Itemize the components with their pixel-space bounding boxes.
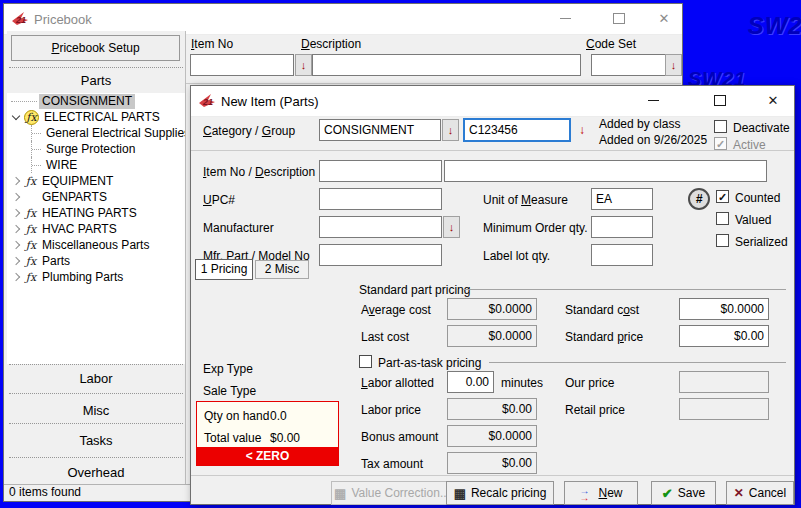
total-value-value: $0.00 (270, 431, 300, 445)
new-icon: → → (579, 486, 593, 500)
minimum-order-field[interactable] (591, 216, 653, 238)
cancel-button[interactable]: ✕ Cancel (726, 481, 794, 505)
chevron-right-icon[interactable] (9, 178, 23, 184)
labor-allotted-label: Labor allotted (361, 376, 434, 390)
item-no-label: Item No (191, 37, 233, 51)
chevron-right-icon[interactable] (9, 258, 23, 264)
close-button[interactable]: ✕ (647, 4, 681, 33)
added-on-text: Added on 9/26/2025 (599, 133, 707, 147)
tree-item[interactable]: General Electrical Supplies (31, 125, 185, 141)
desktop: { "icons": { "dropdown_arrow": "↓", "che… (0, 0, 801, 508)
counted-checkbox[interactable]: ✓ (716, 190, 729, 203)
tree-item[interactable]: Surge Protection (31, 141, 185, 157)
sidebar-section-parts[interactable]: Parts (7, 73, 185, 89)
chevron-right-icon[interactable] (9, 194, 23, 200)
code-set-dropdown-button[interactable]: ↓ (665, 54, 682, 76)
value-correction-button: ▦ Value Correction... (331, 481, 453, 505)
sidebar-section-overhead[interactable]: Overhead (7, 465, 185, 481)
counted-label: Counted (735, 191, 780, 205)
tab-misc[interactable]: 2 Misc (255, 260, 309, 279)
tree-item[interactable]: ƒx EQUIPMENT (7, 173, 185, 189)
hash-button[interactable]: # (688, 188, 710, 210)
code-set-input[interactable] (591, 54, 666, 76)
mfr-part-field[interactable] (319, 244, 442, 266)
save-button[interactable]: ✔ Save (651, 481, 716, 505)
item-description-field[interactable] (444, 160, 767, 182)
chevron-right-icon[interactable] (9, 242, 23, 248)
category-group-label: Category / Group (203, 124, 295, 138)
tree-item[interactable]: ƒx Plumbing Parts (7, 269, 185, 285)
standard-price-label: Standard price (565, 330, 643, 344)
sidebar-section-labor[interactable]: Labor (7, 371, 185, 387)
red-down-arrow-icon: ↓ (671, 60, 677, 71)
close-button[interactable]: ✕ (756, 86, 790, 115)
formula-icon: ƒx (23, 271, 39, 284)
divider (9, 393, 183, 394)
item-no-input[interactable] (190, 54, 294, 76)
chevron-down-icon[interactable] (9, 115, 23, 119)
active-checkbox: ✓ (714, 137, 727, 150)
maximize-button[interactable] (602, 4, 636, 33)
new-button[interactable]: → → New (564, 481, 638, 505)
item-no-dropdown-button[interactable]: ↓ (295, 54, 312, 76)
tree-item[interactable]: ƒx HEATING PARTS (7, 205, 185, 221)
code-set-label: Code Set (586, 37, 636, 51)
tab-pricing[interactable]: 1 Pricing (195, 259, 253, 280)
manufacturer-dropdown-button[interactable]: ↓ (443, 216, 460, 238)
tree-item-label: Miscellaneous Parts (39, 238, 152, 253)
tree-item[interactable]: CONSIGNMENT (7, 93, 185, 109)
tree-item[interactable]: ƒx HVAC PARTS (7, 221, 185, 237)
category-input[interactable] (319, 119, 441, 141)
pricebook-setup-button[interactable]: Pricebook Setup (11, 35, 180, 61)
manufacturer-field[interactable] (319, 216, 442, 238)
chevron-right-icon[interactable] (9, 226, 23, 232)
tree-item[interactable]: ƒx ELECTRICAL PARTS (7, 109, 185, 125)
formula-icon: ƒx (23, 207, 39, 220)
maximize-icon (714, 95, 726, 106)
deactivate-checkbox[interactable] (714, 120, 727, 133)
tree-item[interactable]: ƒx Parts (7, 253, 185, 269)
manufacturer-label: Manufacturer (203, 221, 274, 235)
unit-of-measure-field[interactable] (591, 188, 653, 210)
save-label: Save (678, 486, 705, 500)
valued-checkbox[interactable] (716, 212, 729, 225)
upc-field[interactable] (319, 188, 442, 210)
divider (9, 457, 183, 458)
description-input[interactable] (312, 54, 581, 76)
minimize-button[interactable] (636, 86, 670, 115)
recalc-pricing-button[interactable]: ▦ Recalc pricing (446, 481, 554, 505)
standard-price-field[interactable] (679, 325, 769, 347)
toolbar-separator (186, 83, 681, 84)
deactivate-label: Deactivate (733, 121, 790, 135)
group-code-input[interactable] (463, 118, 571, 142)
labor-price-label: Labor price (361, 403, 421, 417)
divider (9, 364, 183, 365)
standard-cost-field[interactable] (679, 298, 769, 320)
maximize-button[interactable] (703, 86, 737, 115)
chevron-right-icon[interactable] (9, 274, 23, 280)
tree-item[interactable]: WIRE (31, 157, 185, 173)
chevron-right-icon[interactable] (9, 210, 23, 216)
minimize-icon (560, 18, 571, 19)
sidebar-section-tasks[interactable]: Tasks (7, 433, 185, 449)
item-no-field[interactable] (319, 160, 442, 182)
minimize-button[interactable] (548, 4, 582, 33)
labor-allotted-field[interactable] (447, 371, 494, 393)
dialog-titlebar: 21 New Item (Parts) ✕ (191, 86, 794, 117)
qty-on-hand-label: Qty on hand (204, 409, 269, 423)
serialized-checkbox[interactable] (716, 234, 729, 247)
group-dropdown-arrow[interactable]: ↓ (579, 124, 585, 136)
tree-item[interactable]: GENPARTS (7, 189, 185, 205)
close-icon: ✕ (659, 12, 670, 25)
formula-icon: ƒx (23, 175, 39, 188)
label-lot-field[interactable] (591, 244, 653, 266)
separator (191, 475, 794, 476)
sidebar-section-misc[interactable]: Misc (7, 403, 185, 419)
category-dropdown-button[interactable]: ↓ (442, 119, 459, 141)
maximize-icon (613, 13, 625, 24)
tree-item[interactable]: ƒx Miscellaneous Parts (7, 237, 185, 253)
tree-item-label: ELECTRICAL PARTS (41, 110, 163, 125)
svg-text:21: 21 (202, 97, 213, 107)
description-label: Description (301, 37, 361, 51)
part-as-task-checkbox[interactable] (359, 355, 372, 368)
